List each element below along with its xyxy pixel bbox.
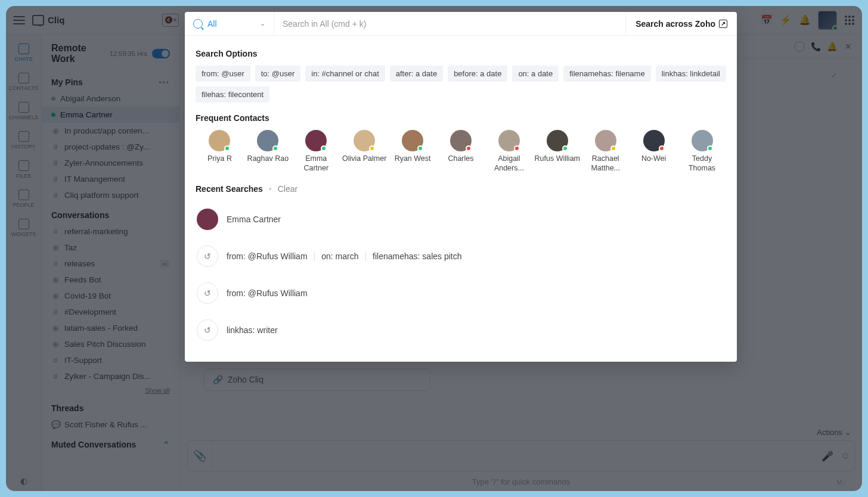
- recent-searches-header: Recent Searches • Clear: [196, 184, 726, 194]
- frequent-contact[interactable]: Charles: [437, 130, 485, 173]
- recent-search-item[interactable]: ↺linkhas: writer: [196, 312, 726, 349]
- contact-name: No-Wei: [641, 154, 666, 163]
- status-dot: [610, 145, 616, 151]
- avatar: [643, 130, 665, 151]
- contact-name: Abigail Anders...: [485, 154, 533, 173]
- contact-name: Rachael Matthe...: [581, 154, 630, 173]
- status-dot: [369, 145, 375, 151]
- recent-label: Emma Cartner: [227, 215, 281, 224]
- avatar: [402, 130, 423, 151]
- frequent-contact[interactable]: Rufus William: [533, 130, 581, 173]
- frequent-contact[interactable]: Priya R: [196, 130, 244, 173]
- avatar: [547, 130, 568, 151]
- avatar: [595, 130, 616, 151]
- chevron-down-icon: ⌄: [260, 20, 265, 27]
- contact-name: Priya R: [207, 154, 232, 163]
- search-scope-dropdown[interactable]: All ⌄: [185, 12, 274, 35]
- frequent-contact[interactable]: Emma Cartner: [292, 130, 340, 173]
- contact-name: Emma Cartner: [292, 154, 340, 173]
- avatar: [305, 130, 327, 151]
- search-panel-body: Search Options from: @userto: @userin: #…: [185, 36, 737, 362]
- status-dot: [514, 145, 520, 151]
- avatar: [498, 130, 520, 151]
- frequent-contact[interactable]: Olivia Palmer: [340, 130, 389, 173]
- recent-search-item[interactable]: ↺from: @Rufus William: [196, 275, 726, 312]
- status-dot: [272, 145, 278, 151]
- search-option-chip[interactable]: filehas: filecontent: [196, 86, 269, 102]
- clear-recent-link[interactable]: Clear: [278, 184, 297, 194]
- avatar: [354, 130, 375, 151]
- frequent-contact[interactable]: Ryan West: [389, 130, 437, 173]
- status-dot: [562, 145, 568, 151]
- search-option-chip[interactable]: filenamehas: filename: [563, 66, 650, 82]
- status-dot: [466, 145, 472, 151]
- history-icon: ↺: [197, 246, 218, 267]
- frequent-contact[interactable]: Raghav Rao: [244, 130, 292, 173]
- status-dot: [224, 145, 230, 151]
- frequent-contacts-title: Frequent Contacts: [196, 113, 726, 123]
- recent-search-item[interactable]: ↺from: @Rufus William|on: march|filename…: [196, 238, 726, 275]
- avatar: [197, 209, 218, 230]
- search-input[interactable]: [274, 19, 625, 29]
- search-scope-label: All: [207, 19, 217, 29]
- frequent-contact[interactable]: Abigail Anders...: [485, 130, 533, 173]
- contact-name: Raghav Rao: [247, 154, 289, 163]
- external-link-icon: ↗: [719, 20, 727, 28]
- search-option-chip[interactable]: to: @user: [255, 66, 301, 82]
- recent-query: linkhas: writer: [227, 325, 278, 335]
- avatar: [692, 130, 713, 151]
- status-dot: [321, 145, 327, 151]
- app-frame: Cliq 🔇× 📅 ⚡ 🔔 CHATSCONTACTSCHANNELSHISTO…: [6, 6, 862, 491]
- search-option-chip[interactable]: linkhas: linkdetail: [656, 66, 726, 82]
- contact-name: Charles: [448, 154, 473, 163]
- history-icon: ↺: [197, 319, 218, 341]
- contact-name: Rufus William: [535, 154, 580, 163]
- search-option-chip[interactable]: on: a date: [512, 66, 559, 82]
- contact-name: Ryan West: [395, 154, 431, 163]
- status-dot: [707, 145, 713, 151]
- search-option-chip[interactable]: in: #channel or chat: [305, 66, 385, 82]
- recent-query: from: @Rufus William|on: march|filenameh…: [227, 251, 462, 261]
- recent-searches-title: Recent Searches: [196, 184, 263, 194]
- frequent-contact[interactable]: No-Wei: [630, 130, 678, 173]
- search-row: All ⌄ Search across Zoho ↗: [185, 12, 737, 36]
- status-dot: [417, 145, 423, 151]
- frequent-contact[interactable]: Teddy Thomas: [678, 130, 726, 173]
- recent-query: from: @Rufus William: [227, 288, 308, 298]
- contact-name: Teddy Thomas: [678, 154, 726, 173]
- search-option-chip[interactable]: before: a date: [448, 66, 507, 82]
- status-dot: [659, 145, 665, 151]
- search-icon: [193, 19, 203, 29]
- frequent-contact[interactable]: Rachael Matthe...: [581, 130, 630, 173]
- avatar: [257, 130, 278, 151]
- recent-search-item[interactable]: Emma Cartner: [196, 201, 726, 238]
- avatar: [209, 130, 230, 151]
- search-option-chip[interactable]: after: a date: [390, 66, 443, 82]
- contact-name: Olivia Palmer: [342, 154, 386, 163]
- search-across-zoho-button[interactable]: Search across Zoho ↗: [625, 12, 737, 35]
- history-icon: ↺: [197, 282, 218, 304]
- avatar: [450, 130, 472, 151]
- search-option-chip[interactable]: from: @user: [196, 66, 250, 82]
- search-panel: All ⌄ Search across Zoho ↗ Search Option…: [185, 12, 737, 362]
- search-options-title: Search Options: [196, 49, 726, 58]
